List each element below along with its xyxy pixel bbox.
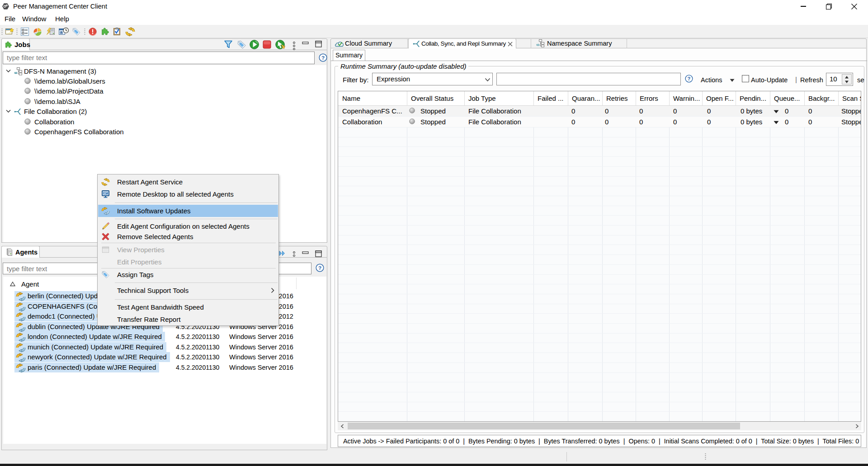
svg-text:?: ? <box>688 76 691 81</box>
svg-text:?: ? <box>321 55 325 61</box>
svg-text:12: 12 <box>60 31 63 34</box>
svg-text:?: ? <box>318 265 321 271</box>
